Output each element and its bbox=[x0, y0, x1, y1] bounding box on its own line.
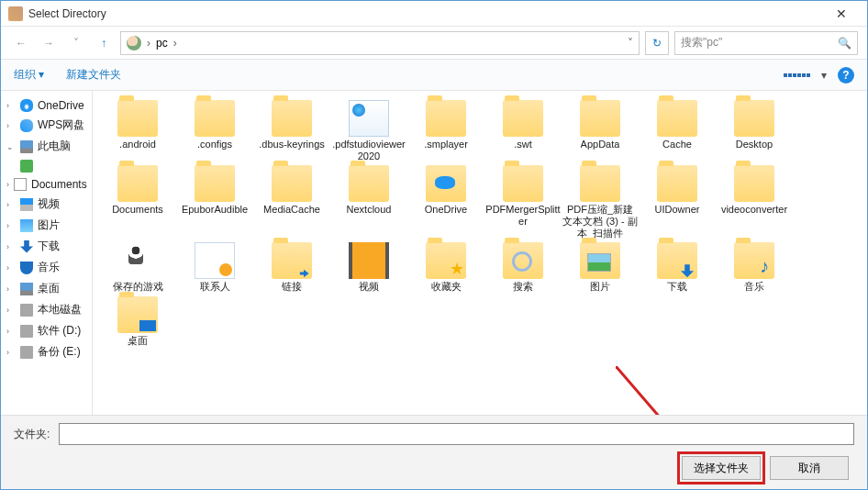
back-button[interactable]: ← bbox=[10, 32, 32, 54]
folder-item[interactable]: Documents bbox=[100, 165, 175, 239]
close-button[interactable]: ✕ bbox=[823, 6, 860, 21]
expand-icon[interactable]: › bbox=[6, 200, 16, 209]
sidebar-item[interactable]: ›软件 (D:) bbox=[1, 320, 92, 341]
expand-icon[interactable]: › bbox=[6, 263, 16, 273]
folder-item[interactable]: .swt bbox=[485, 100, 561, 161]
sidebar-icon bbox=[20, 99, 33, 112]
folder-item[interactable]: 搜索 bbox=[485, 242, 561, 293]
sidebar-item[interactable]: ›图片 bbox=[1, 215, 92, 236]
expand-icon[interactable]: › bbox=[6, 180, 9, 189]
folder-icon bbox=[349, 100, 389, 137]
nav-row: ← → ˅ ↑ › pc › ˅ ↻ 搜索"pc" 🔍 bbox=[1, 27, 867, 60]
sidebar-item[interactable]: ›OneDrive bbox=[1, 96, 92, 115]
folder-icon bbox=[117, 165, 158, 202]
expand-icon[interactable]: › bbox=[6, 348, 16, 357]
select-folder-button[interactable]: 选择文件夹 bbox=[682, 456, 761, 480]
folder-item[interactable]: Cache bbox=[640, 100, 715, 161]
folder-item[interactable]: videoconverter bbox=[717, 165, 792, 239]
folder-input[interactable] bbox=[59, 423, 854, 445]
folder-label: 下载 bbox=[667, 281, 687, 293]
sidebar-label: 音乐 bbox=[38, 260, 60, 275]
folder-item[interactable]: 视频 bbox=[331, 242, 406, 293]
folder-icon bbox=[195, 165, 235, 202]
folder-icon bbox=[349, 242, 389, 279]
folder-item[interactable]: 音乐 bbox=[717, 242, 792, 293]
sidebar-item[interactable]: ›本地磁盘 bbox=[1, 299, 92, 320]
sidebar-item[interactable]: ›音乐 bbox=[1, 257, 92, 278]
folder-item[interactable]: 收藏夹 bbox=[408, 242, 484, 293]
expand-icon[interactable]: › bbox=[6, 101, 16, 110]
folder-item[interactable]: 联系人 bbox=[177, 242, 252, 293]
folder-item[interactable]: OneDrive bbox=[408, 165, 484, 239]
expand-icon[interactable]: › bbox=[6, 306, 16, 315]
folder-item[interactable]: .smplayer bbox=[408, 100, 484, 161]
cancel-button[interactable]: 取消 bbox=[770, 456, 849, 480]
folder-item[interactable]: 图片 bbox=[562, 242, 638, 293]
help-icon[interactable]: ? bbox=[838, 67, 854, 84]
folder-icon bbox=[734, 100, 774, 137]
sidebar-icon bbox=[20, 160, 33, 173]
sidebar-item[interactable]: ⌄此电脑 bbox=[1, 136, 92, 157]
address-bar[interactable]: › pc › ˅ bbox=[120, 31, 640, 55]
folder-item[interactable]: Desktop bbox=[717, 100, 792, 161]
new-folder-button[interactable]: 新建文件夹 bbox=[66, 67, 121, 83]
recent-dropdown[interactable]: ˅ bbox=[65, 32, 87, 54]
view-options-button[interactable] bbox=[784, 73, 810, 77]
sidebar-label: 备份 (E:) bbox=[38, 344, 81, 360]
folder-label: AppData bbox=[581, 139, 620, 150]
folder-label: UIDowner bbox=[655, 204, 700, 216]
folder-item[interactable]: AppData bbox=[562, 100, 638, 161]
folder-label: PDF压缩_新建文本文档 (3) - 副本_扫描件 bbox=[562, 204, 638, 239]
folder-item[interactable]: Nextcloud bbox=[331, 165, 406, 239]
expand-icon[interactable]: ⌄ bbox=[6, 142, 16, 151]
folder-item[interactable]: PDF压缩_新建文本文档 (3) - 副本_扫描件 bbox=[562, 165, 638, 239]
sidebar-item[interactable] bbox=[1, 157, 92, 175]
main-area: ›OneDrive›WPS网盘⌄此电脑›Documents›视频›图片›下载›音… bbox=[1, 91, 867, 421]
sidebar-icon bbox=[20, 283, 33, 295]
file-list[interactable]: .android.configs.dbus-keyrings.pdfstudio… bbox=[93, 91, 867, 421]
annotation-arrow bbox=[616, 366, 753, 421]
sidebar-item[interactable]: ›WPS网盘 bbox=[1, 115, 92, 136]
folder-item[interactable]: UIDowner bbox=[640, 165, 715, 239]
sidebar-label: 图片 bbox=[38, 217, 60, 233]
folder-item[interactable]: 下载 bbox=[640, 242, 715, 293]
up-button[interactable]: ↑ bbox=[93, 32, 115, 54]
sidebar-item[interactable]: ›桌面 bbox=[1, 278, 92, 299]
folder-item[interactable]: .android bbox=[100, 100, 175, 161]
address-dropdown-icon[interactable]: ˅ bbox=[628, 37, 633, 50]
sidebar-item[interactable]: ›下载 bbox=[1, 236, 92, 257]
folder-label: OneDrive bbox=[425, 204, 467, 216]
folder-icon bbox=[117, 100, 158, 137]
folder-label: 联系人 bbox=[200, 281, 230, 293]
folder-item[interactable]: 保存的游戏 bbox=[100, 242, 175, 293]
expand-icon[interactable]: › bbox=[6, 284, 16, 294]
folder-label: Nextcloud bbox=[347, 204, 392, 216]
folder-item[interactable]: 桌面 bbox=[100, 296, 175, 347]
sidebar-item[interactable]: ›备份 (E:) bbox=[1, 341, 92, 362]
forward-button[interactable]: → bbox=[38, 32, 60, 54]
expand-icon[interactable]: › bbox=[6, 121, 16, 130]
footer: 文件夹: 选择文件夹 取消 bbox=[1, 415, 867, 489]
folder-item[interactable]: .dbus-keyrings bbox=[254, 100, 329, 161]
expand-icon[interactable]: › bbox=[6, 221, 16, 230]
organize-menu[interactable]: 组织 ▾ bbox=[14, 67, 44, 83]
app-icon bbox=[8, 6, 23, 21]
folder-item[interactable]: PDFMergerSplitter bbox=[485, 165, 561, 239]
sidebar-item[interactable]: ›视频 bbox=[1, 194, 92, 215]
search-box[interactable]: 搜索"pc" 🔍 bbox=[674, 31, 858, 55]
view-dropdown-icon[interactable]: ▾ bbox=[821, 69, 827, 82]
folder-item[interactable]: 链接 bbox=[254, 242, 329, 293]
folder-label: MediaCache bbox=[263, 204, 320, 216]
folder-item[interactable]: .pdfstudioviewer2020 bbox=[331, 100, 406, 161]
breadcrumb-location[interactable]: pc bbox=[156, 37, 168, 50]
expand-icon[interactable]: › bbox=[6, 327, 16, 336]
folder-item[interactable]: EpuborAudible bbox=[177, 165, 252, 239]
folder-item[interactable]: .configs bbox=[177, 100, 252, 161]
folder-label: 桌面 bbox=[128, 335, 148, 347]
sidebar-item[interactable]: ›Documents bbox=[1, 175, 92, 194]
refresh-button[interactable]: ↻ bbox=[645, 31, 669, 55]
expand-icon[interactable]: › bbox=[6, 242, 16, 251]
folder-icon bbox=[272, 242, 312, 279]
folder-item[interactable]: MediaCache bbox=[254, 165, 329, 239]
folder-label: 链接 bbox=[282, 281, 302, 293]
